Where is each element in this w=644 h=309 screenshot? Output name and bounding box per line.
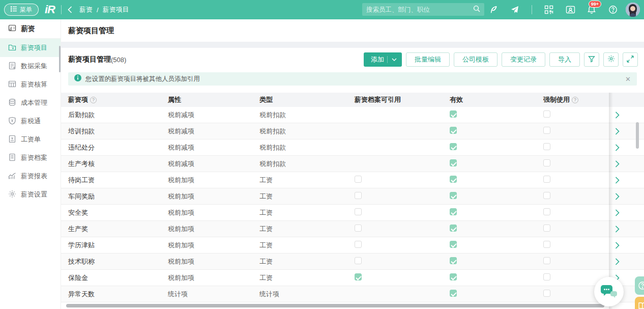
add-button-label: 添加 — [371, 55, 384, 64]
global-search[interactable] — [362, 3, 484, 16]
back-button[interactable] — [68, 6, 72, 13]
checkbox[interactable] — [450, 192, 457, 199]
sidebar-item-数据采集[interactable]: 数据采集 — [0, 57, 61, 75]
filter-button[interactable] — [584, 52, 599, 67]
table-row[interactable]: 培训扣款税前减项税前扣款 — [61, 123, 644, 139]
sidebar-item-label: 薪资核算 — [21, 80, 47, 89]
table-row[interactable]: 车间奖励税前加项工资 — [61, 188, 644, 205]
search-icon[interactable] — [473, 5, 480, 14]
table-row[interactable]: 学历津贴税前加项工资 — [61, 237, 644, 254]
table-row[interactable]: 技术职称税前加项工资 — [61, 254, 644, 270]
checkbox[interactable] — [543, 176, 550, 183]
table-row[interactable]: 违纪处分税前减项税前扣款 — [61, 139, 644, 156]
cell-valid — [450, 159, 543, 168]
table-row[interactable]: 生产考核税前减项税前扣款 — [61, 156, 644, 172]
row-detail-button[interactable] — [615, 156, 620, 172]
table-row[interactable]: 生产奖税前加项工资 — [61, 221, 644, 237]
column-help-icon[interactable]: ? — [90, 97, 97, 103]
checkbox[interactable] — [450, 290, 457, 297]
company-template-button[interactable]: 公司模板 — [454, 52, 497, 67]
row-detail-button[interactable] — [615, 237, 620, 253]
app-logo[interactable]: iR — [45, 3, 55, 16]
checkbox[interactable] — [450, 176, 457, 183]
sidebar-item-薪资核算[interactable]: 薪资核算 — [0, 75, 61, 94]
table-row[interactable]: 后勤扣款税前减项税前扣款 — [61, 107, 644, 123]
checkbox[interactable] — [543, 241, 550, 248]
help-float-button[interactable] — [635, 276, 644, 295]
send-icon[interactable] — [504, 0, 525, 19]
checkbox[interactable] — [355, 208, 362, 215]
checkbox[interactable] — [355, 224, 362, 232]
checkbox[interactable] — [450, 273, 457, 280]
contact-card-icon[interactable] — [560, 0, 581, 19]
horizontal-scrollbar[interactable] — [66, 304, 604, 307]
menu-button[interactable]: 菜单 — [4, 4, 39, 16]
row-detail-button[interactable] — [615, 172, 620, 188]
sidebar-item-工资单[interactable]: 工资单 — [0, 130, 61, 149]
search-input[interactable] — [366, 6, 473, 13]
checkbox[interactable] — [543, 257, 550, 264]
import-button[interactable]: 导入 — [549, 52, 580, 67]
sidebar-item-薪税通[interactable]: 薪税通 — [0, 112, 61, 130]
checkbox[interactable] — [450, 208, 457, 215]
handbook-float-button[interactable] — [635, 297, 644, 309]
page-title: 薪资项目管理 — [68, 26, 114, 36]
checkbox[interactable] — [543, 110, 550, 118]
qrcode-icon[interactable] — [538, 0, 560, 19]
sidebar-item-薪资设置[interactable]: 薪资设置 — [0, 185, 61, 204]
feather-icon[interactable] — [483, 0, 504, 19]
sidebar-item-薪资档案[interactable]: 薪资档案 — [0, 149, 61, 167]
avatar[interactable] — [626, 3, 640, 17]
breadcrumb-item[interactable]: 薪资项目 — [103, 5, 129, 14]
checkbox[interactable] — [450, 257, 457, 264]
checkbox[interactable] — [450, 224, 457, 232]
row-detail-button[interactable] — [615, 123, 620, 139]
sidebar-item-薪资报表[interactable]: 薪资报表 — [0, 167, 61, 185]
checkbox[interactable] — [355, 192, 362, 199]
table-row[interactable]: 保险金税前加项工资 — [61, 270, 644, 286]
checkbox[interactable] — [543, 290, 550, 297]
sidebar-scrollbar[interactable] — [59, 46, 61, 72]
checkbox[interactable] — [450, 110, 457, 118]
row-detail-button[interactable] — [615, 107, 620, 123]
checkbox[interactable] — [543, 224, 550, 232]
row-detail-button[interactable] — [615, 221, 620, 237]
column-help-icon[interactable]: ? — [572, 97, 578, 103]
checkbox[interactable] — [355, 273, 362, 280]
checkbox[interactable] — [355, 257, 362, 264]
settings-button[interactable] — [603, 52, 619, 67]
table-row[interactable]: 待岗工资税前加项工资 — [61, 172, 644, 188]
checkbox[interactable] — [543, 143, 550, 150]
row-detail-button[interactable] — [615, 205, 620, 220]
help-icon[interactable] — [602, 0, 624, 19]
chat-widget-button[interactable] — [594, 277, 624, 306]
row-detail-button[interactable] — [615, 254, 620, 269]
checkbox[interactable] — [543, 273, 550, 280]
row-detail-button[interactable] — [615, 188, 620, 204]
checkbox[interactable] — [450, 127, 457, 134]
vertical-scrollbar[interactable] — [636, 122, 639, 149]
batch-edit-button[interactable]: 批量编辑 — [406, 52, 450, 67]
fullscreen-button[interactable] — [623, 52, 638, 67]
checkbox[interactable] — [450, 143, 457, 150]
checkbox[interactable] — [450, 159, 457, 166]
row-detail-button[interactable] — [615, 139, 620, 155]
checkbox[interactable] — [543, 159, 550, 166]
add-button[interactable]: 添加 — [364, 52, 402, 67]
sidebar-item-薪资项目[interactable]: 薪资项目 — [0, 39, 61, 57]
close-icon[interactable]: ✕ — [625, 75, 631, 83]
table-row[interactable]: 安全奖税前加项工资 — [61, 205, 644, 221]
change-log-button[interactable]: 变更记录 — [502, 52, 545, 67]
sidebar-item-成本管理[interactable]: 成本管理 — [0, 94, 61, 112]
checkbox[interactable] — [355, 176, 362, 183]
checkbox[interactable] — [355, 241, 362, 248]
checkbox[interactable] — [450, 241, 457, 248]
checkbox[interactable] — [543, 192, 550, 199]
table-row[interactable]: 异常天数统计项统计项 — [61, 286, 644, 302]
checkbox[interactable] — [543, 127, 550, 134]
breadcrumb-item[interactable]: 薪资 — [79, 5, 93, 14]
salary-overview-icon — [8, 24, 16, 34]
checkbox[interactable] — [543, 208, 550, 215]
sidebar-section-salary[interactable]: 薪资 — [0, 19, 61, 39]
bell-icon[interactable]: 99+ — [581, 0, 602, 19]
